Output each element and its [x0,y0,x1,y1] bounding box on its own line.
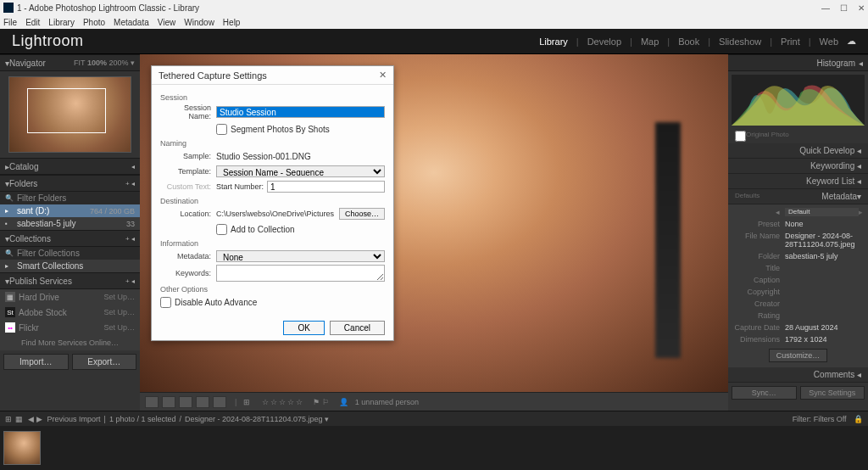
module-book[interactable]: Book [678,36,699,47]
publish-header[interactable]: ▾ Publish Services+ ◂ [0,272,140,289]
tethered-capture-dialog: Tethered Capture Settings ✕ Session Sess… [151,65,394,341]
original-photo-check[interactable] [735,131,746,142]
publish-adobe-stock[interactable]: St Adobe StockSet Up… [0,305,140,320]
filter-collections[interactable]: 🔍Filter Collections [0,247,140,260]
meta-dimensions: Dimensions1792 x 1024 [728,333,868,345]
module-picker: Library| Develop| Map| Book| Slideshow| … [539,36,838,47]
left-panel: ▾ Navigator FIT 100% 200% ▾ ▸ Catalog◂ ▾… [0,54,140,411]
menu-library[interactable]: Library [48,18,75,27]
collections-header[interactable]: ▾ Collections+ ◂ [0,230,140,247]
publish-flickr[interactable]: •• FlickrSet Up… [0,320,140,335]
meta-creator: Creator [728,298,868,310]
module-map[interactable]: Map [641,36,659,47]
module-develop[interactable]: Develop [587,36,621,47]
folder-row[interactable]: ▪ sabestian-5 july 33 [0,217,140,230]
location-value: C:\Users\webso\OneDrive\Pictures [216,210,336,218]
module-library[interactable]: Library [539,36,568,47]
meta-capture-date: Capture Date28 August 2024 [728,322,868,333]
menu-metadata[interactable]: Metadata [114,18,149,27]
menu-window[interactable]: Window [184,18,214,27]
choose-button[interactable]: Choose… [339,208,385,220]
grid-view-icon[interactable] [145,396,159,408]
publish-hard-drive[interactable]: ▦ Hard DriveSet Up… [0,289,140,305]
dialog-titlebar[interactable]: Tethered Capture Settings ✕ [152,66,393,85]
module-slideshow[interactable]: Slideshow [719,36,761,47]
quick-develop-header[interactable]: Quick Develop ◂ [728,143,868,159]
find-more-services[interactable]: Find More Services Online… [0,335,140,350]
meta-rating: Rating [728,310,868,322]
metadata-set-dropdown[interactable]: Default [785,208,859,216]
cloud-icon[interactable]: ☁ [847,36,856,47]
window-titlebar: 1 - Adobe Photoshop Lightroom Classic - … [0,0,868,15]
smart-collections[interactable]: ▸Smart Collections [0,260,140,272]
folder-row-drive[interactable]: ▸ sant (D:) 764 / 200 GB [0,204,140,217]
keywording-header[interactable]: Keywording ◂ [728,159,868,174]
navigator-preview[interactable] [8,76,131,153]
disable-advance-checkbox[interactable] [160,297,171,308]
people-view-icon[interactable] [213,396,226,408]
menu-edit[interactable]: Edit [25,18,40,27]
app-icon [3,3,14,13]
keywords-input[interactable] [216,265,385,282]
sync-button[interactable]: Sync… [732,386,797,400]
flag-icon[interactable]: ⚑ ⚐ [313,398,329,406]
catalog-header[interactable]: ▸ Catalog◂ [0,158,140,175]
maximize-icon[interactable]: ☐ [840,3,848,13]
menu-photo[interactable]: Photo [83,18,105,27]
preset-value[interactable]: None [785,220,863,228]
filter-folders[interactable]: 🔍Filter Folders [0,192,140,204]
face-icon[interactable]: 👤 [339,398,348,406]
grid-toggle-icon[interactable]: ▦ [15,415,23,423]
folders-header[interactable]: ▾ Folders+ ◂ [0,175,140,192]
survey-view-icon[interactable] [196,396,209,408]
header: Lightroom Library| Develop| Map| Book| S… [0,29,868,54]
unnamed-person[interactable]: 1 unnamed person [355,398,419,406]
template-dropdown[interactable]: Session Name - Sequence [216,165,385,177]
meta-filename: File NameDesigner - 2024-08-28T111204.07… [728,230,868,250]
filmstrip-info: ⊞ ▦ ◀ ▶ Previous Import | 1 photo / 1 se… [0,411,868,426]
ok-button[interactable]: OK [283,321,324,335]
histogram-chart[interactable] [732,75,865,126]
menu-view[interactable]: View [158,18,176,27]
sort-icon[interactable]: ⊞ [243,398,250,406]
import-button[interactable]: Import… [3,354,69,370]
module-web[interactable]: Web [820,36,838,47]
photo-count: 1 photo / 1 selected [109,415,176,423]
keyword-list-header[interactable]: Keyword List ◂ [728,174,868,189]
filter-dropdown[interactable]: Filters Off [814,415,847,423]
segment-checkbox[interactable] [216,124,227,135]
filmstrip-thumb[interactable] [3,431,41,465]
menu-file[interactable]: File [3,18,17,27]
sync-settings-button[interactable]: Sync Settings [800,386,865,400]
loupe-view-icon[interactable] [162,396,175,408]
logo: Lightroom [12,32,84,50]
filter-lock-icon[interactable]: 🔒 [854,415,863,423]
source-label[interactable]: Previous Import [47,415,101,423]
customize-button[interactable]: Customize… [769,349,828,362]
metadata-header[interactable]: DefaultsMetadata ▾ [728,189,868,204]
right-panel: Histogram ◂ Original Photo Quick Develop… [728,54,868,411]
navigator-header[interactable]: ▾ Navigator FIT 100% 200% ▾ [0,54,140,71]
flickr-icon: •• [5,322,15,333]
start-number-input[interactable] [267,181,385,193]
session-name-input[interactable] [216,106,385,118]
add-collection-checkbox[interactable] [216,224,227,235]
menubar: File Edit Library Photo Metadata View Wi… [0,15,868,29]
current-file: Designer - 2024-08-28T111204.075.jpeg [185,415,323,423]
filmstrip[interactable] [0,426,868,470]
histogram-header[interactable]: Histogram ◂ [728,54,868,71]
close-icon[interactable]: ✕ [858,3,865,13]
window-title: 1 - Adobe Photoshop Lightroom Classic - … [17,3,199,13]
compare-view-icon[interactable] [179,396,192,408]
export-button[interactable]: Export… [72,354,137,370]
minimize-icon[interactable]: — [821,3,830,13]
metadata-dropdown[interactable]: None [216,250,385,262]
rating-stars[interactable]: ☆☆☆☆☆ [262,398,304,406]
view-toolbar: | ⊞ ☆☆☆☆☆ ⚑ ⚐ 👤 1 unnamed person [140,392,728,411]
cancel-button[interactable]: Cancel [330,321,385,335]
module-print[interactable]: Print [781,36,800,47]
dialog-close-icon[interactable]: ✕ [379,70,387,81]
second-monitor-icon[interactable]: ⊞ [5,415,12,423]
menu-help[interactable]: Help [223,18,241,27]
comments-header[interactable]: Comments ◂ [728,367,868,383]
